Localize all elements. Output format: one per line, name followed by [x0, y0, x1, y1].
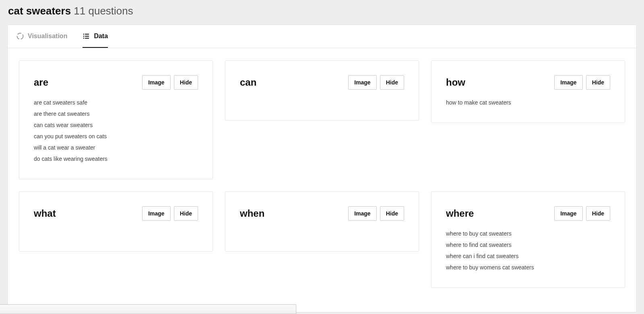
- page-header: cat sweaters 11 questions: [0, 0, 644, 25]
- image-button[interactable]: Image: [554, 75, 582, 90]
- tab-data-label: Data: [94, 33, 108, 40]
- question-item[interactable]: are cat sweaters safe: [34, 97, 198, 108]
- image-button[interactable]: Image: [348, 75, 376, 90]
- card-button-row: ImageHide: [348, 75, 404, 90]
- question-card-what: whatImageHide: [19, 191, 213, 252]
- tab-visualisation[interactable]: Visualisation: [17, 25, 67, 48]
- card-title: when: [240, 208, 264, 219]
- question-item[interactable]: are there cat sweaters: [34, 108, 198, 119]
- card-title: can: [240, 77, 256, 88]
- card-button-row: ImageHide: [142, 206, 198, 221]
- question-item[interactable]: where to find cat sweaters: [446, 239, 610, 250]
- tab-visualisation-label: Visualisation: [28, 33, 67, 40]
- app-root: cat sweaters 11 questions Visualisation: [0, 0, 644, 314]
- svg-rect-6: [85, 38, 89, 39]
- hide-button[interactable]: Hide: [174, 75, 198, 90]
- cards-container: areImageHideare cat sweaters safeare the…: [8, 48, 636, 312]
- card-header: whenImageHide: [240, 206, 404, 221]
- image-button[interactable]: Image: [554, 206, 582, 221]
- card-header: whereImageHide: [446, 206, 610, 221]
- card-header: canImageHide: [240, 75, 404, 90]
- question-card-where: whereImageHidewhere to buy cat sweatersw…: [431, 191, 625, 288]
- results-panel: Visualisation Data areImageHideare c: [7, 25, 637, 312]
- svg-point-5: [83, 37, 85, 39]
- svg-point-1: [83, 33, 85, 35]
- question-item[interactable]: will a cat wear a sweater: [34, 142, 198, 153]
- card-button-row: ImageHide: [554, 75, 610, 90]
- embedded-frame-footer: [0, 304, 296, 314]
- list-icon: [83, 33, 90, 40]
- card-header: whatImageHide: [34, 206, 198, 221]
- card-button-row: ImageHide: [348, 206, 404, 221]
- visualisation-icon: [17, 33, 24, 40]
- svg-point-0: [17, 33, 23, 39]
- card-button-row: ImageHide: [554, 206, 610, 221]
- card-button-row: ImageHide: [142, 75, 198, 90]
- hide-button[interactable]: Hide: [174, 206, 198, 221]
- question-item[interactable]: where to buy cat sweaters: [446, 228, 610, 239]
- svg-rect-2: [85, 34, 89, 35]
- question-list: where to buy cat sweaterswhere to find c…: [446, 228, 610, 273]
- question-list: how to make cat sweaters: [446, 97, 610, 108]
- svg-point-3: [83, 35, 85, 37]
- tabs-bar: Visualisation Data: [8, 25, 636, 48]
- question-card-are: areImageHideare cat sweaters safeare the…: [19, 60, 213, 179]
- image-button[interactable]: Image: [348, 206, 376, 221]
- question-item[interactable]: where to buy womens cat sweaters: [446, 262, 610, 273]
- card-title: what: [34, 208, 56, 219]
- question-count-suffix: 11 questions: [74, 5, 133, 17]
- card-header: areImageHide: [34, 75, 198, 90]
- tab-data[interactable]: Data: [83, 25, 108, 48]
- question-item[interactable]: can cats wear sweaters: [34, 119, 198, 131]
- question-card-can: canImageHide: [225, 60, 419, 121]
- card-title: where: [446, 208, 474, 219]
- hide-button[interactable]: Hide: [586, 75, 610, 90]
- card-title: how: [446, 77, 465, 88]
- svg-rect-4: [85, 36, 89, 37]
- question-item[interactable]: can you put sweaters on cats: [34, 131, 198, 142]
- card-header: howImageHide: [446, 75, 610, 90]
- question-list: are cat sweaters safeare there cat sweat…: [34, 97, 198, 164]
- question-card-how: howImageHidehow to make cat sweaters: [431, 60, 625, 123]
- hide-button[interactable]: Hide: [380, 206, 404, 221]
- image-button[interactable]: Image: [142, 206, 170, 221]
- question-item[interactable]: do cats like wearing sweaters: [34, 153, 198, 164]
- hide-button[interactable]: Hide: [586, 206, 610, 221]
- image-button[interactable]: Image: [142, 75, 170, 90]
- search-term: cat sweaters: [8, 5, 71, 17]
- page-title: cat sweaters 11 questions: [8, 5, 636, 17]
- question-card-when: whenImageHide: [225, 191, 419, 252]
- hide-button[interactable]: Hide: [380, 75, 404, 90]
- question-item[interactable]: where can i find cat sweaters: [446, 250, 610, 262]
- question-item[interactable]: how to make cat sweaters: [446, 97, 610, 108]
- card-title: are: [34, 77, 48, 88]
